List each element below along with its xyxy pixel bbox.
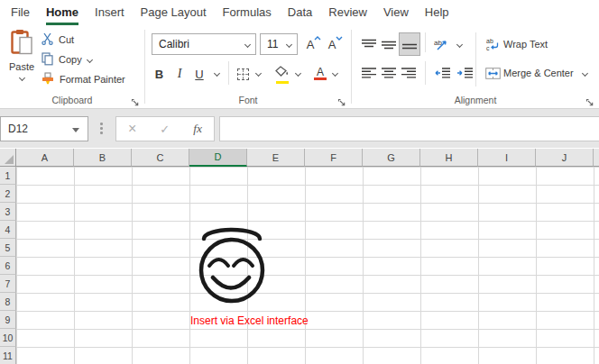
- font-color-chevron-icon[interactable]: [332, 70, 338, 77]
- clipboard-group-label: Clipboard: [0, 95, 144, 105]
- insert-function-icon[interactable]: fx: [193, 122, 202, 136]
- cell-grid[interactable]: Insert via Excel interface: [16, 167, 599, 364]
- increase-font-icon: A: [307, 38, 315, 51]
- excel-window: File Home Insert Page Layout Formulas Da…: [0, 0, 599, 364]
- cancel-icon[interactable]: ×: [128, 121, 136, 137]
- smiling-face-with-halo-drawing[interactable]: [16, 167, 599, 364]
- borders-chevron-icon[interactable]: [255, 70, 262, 77]
- paste-button[interactable]: Paste: [4, 29, 40, 99]
- row-header-11[interactable]: 11: [0, 347, 16, 364]
- row-header-6[interactable]: 6: [0, 257, 16, 275]
- row-header-5[interactable]: 5: [0, 239, 16, 257]
- merge-center-chevron-icon[interactable]: [582, 70, 588, 77]
- tab-insert[interactable]: Insert: [87, 0, 133, 25]
- column-header-h[interactable]: H: [420, 149, 478, 167]
- column-header-a[interactable]: A: [16, 149, 74, 167]
- column-header-d[interactable]: D: [189, 149, 247, 167]
- tab-data[interactable]: Data: [280, 0, 320, 25]
- tab-home[interactable]: Home: [38, 0, 87, 25]
- row-header-9[interactable]: 9: [0, 311, 16, 329]
- align-right-button[interactable]: [399, 62, 419, 84]
- alignment-group: ab ab c Wrap Text: [352, 25, 599, 108]
- tab-help[interactable]: Help: [417, 0, 457, 25]
- align-middle-button[interactable]: [379, 33, 399, 55]
- small-separator: [475, 32, 476, 86]
- select-all-corner[interactable]: [0, 149, 16, 167]
- column-header-partial[interactable]: [594, 149, 599, 167]
- format-painter-button[interactable]: Format Painter: [41, 71, 125, 87]
- row-header-1[interactable]: 1: [0, 167, 16, 185]
- tab-file[interactable]: File: [3, 0, 38, 25]
- row-header-2[interactable]: 2: [0, 185, 16, 203]
- decrease-font-size-button[interactable]: A: [322, 33, 342, 55]
- align-top-icon: [362, 39, 376, 50]
- cut-button[interactable]: Cut: [41, 32, 74, 48]
- fill-color-button[interactable]: [273, 63, 291, 85]
- fill-color-bar: [276, 81, 289, 85]
- align-bottom-button[interactable]: [399, 32, 420, 56]
- formula-bar-grip-icon[interactable]: [100, 123, 103, 125]
- column-header-b[interactable]: B: [74, 149, 132, 167]
- align-center-icon: [382, 68, 396, 78]
- italic-button[interactable]: I: [173, 63, 186, 85]
- orientation-button[interactable]: ab: [431, 33, 453, 55]
- column-header-j[interactable]: J: [536, 149, 594, 167]
- tab-view[interactable]: View: [375, 0, 417, 25]
- increase-indent-icon: [457, 68, 473, 78]
- merge-center-button[interactable]: [484, 62, 502, 84]
- font-name-chevron-icon[interactable]: [244, 41, 251, 48]
- orientation-chevron-icon[interactable]: [456, 41, 463, 48]
- row-header-8[interactable]: 8: [0, 293, 16, 311]
- column-header-e[interactable]: E: [247, 149, 305, 167]
- font-color-button[interactable]: A: [311, 63, 329, 85]
- formula-bar-row: D12 × ✓ fx: [0, 109, 599, 148]
- align-left-button[interactable]: [359, 62, 379, 84]
- font-name-combobox[interactable]: Calibri: [152, 33, 256, 55]
- bold-button[interactable]: B: [152, 63, 166, 85]
- align-center-button[interactable]: [379, 62, 399, 84]
- name-box[interactable]: D12: [0, 116, 88, 141]
- decrease-indent-button[interactable]: [431, 62, 453, 84]
- font-size-combobox[interactable]: 11: [260, 33, 298, 55]
- copy-dropdown-chevron-icon[interactable]: [87, 56, 93, 62]
- column-headers: A B C D E F G H I J: [16, 149, 599, 167]
- align-left-icon: [362, 68, 376, 78]
- enter-icon[interactable]: ✓: [160, 123, 170, 136]
- paste-dropdown-chevron-icon[interactable]: [18, 75, 24, 81]
- tab-formulas[interactable]: Formulas: [215, 0, 280, 25]
- copy-button[interactable]: Copy: [41, 51, 92, 68]
- cut-label: Cut: [59, 34, 74, 45]
- font-size-chevron-icon[interactable]: [286, 41, 292, 48]
- ribbon: Paste Cut: [0, 25, 599, 109]
- name-box-dropdown-icon[interactable]: [72, 128, 79, 132]
- wrap-text-button[interactable]: ab c: [484, 33, 502, 55]
- increase-indent-button[interactable]: [454, 62, 475, 84]
- row-header-4[interactable]: 4: [0, 221, 16, 239]
- underline-button[interactable]: U: [192, 63, 207, 85]
- cell-annotation-text: Insert via Excel interface: [190, 314, 309, 327]
- row-header-3[interactable]: 3: [0, 203, 16, 221]
- increase-font-size-button[interactable]: A: [300, 33, 320, 55]
- underline-chevron-icon[interactable]: [214, 70, 220, 77]
- row-header-7[interactable]: 7: [0, 275, 16, 293]
- select-all-triangle-icon: [5, 155, 14, 164]
- font-dialog-launcher-icon[interactable]: [337, 95, 347, 105]
- column-header-i[interactable]: I: [478, 149, 536, 167]
- small-separator: [425, 32, 426, 52]
- formula-input[interactable]: [219, 116, 599, 141]
- row-header-10[interactable]: 10: [0, 329, 16, 347]
- column-header-g[interactable]: G: [363, 149, 420, 167]
- clipboard-dialog-launcher-icon[interactable]: [131, 95, 141, 105]
- column-header-f[interactable]: F: [305, 149, 363, 167]
- underline-icon: U: [195, 68, 203, 81]
- borders-button[interactable]: [234, 63, 252, 85]
- merge-center-icon: [485, 68, 501, 79]
- font-color-a-icon: A: [317, 68, 324, 77]
- font-name-value: Calibri: [159, 38, 189, 50]
- column-header-c[interactable]: C: [132, 149, 189, 167]
- alignment-dialog-launcher-icon[interactable]: [585, 95, 595, 105]
- tab-page-layout[interactable]: Page Layout: [133, 0, 215, 25]
- tab-review[interactable]: Review: [320, 0, 375, 25]
- fill-color-chevron-icon[interactable]: [295, 70, 301, 77]
- align-top-button[interactable]: [359, 33, 379, 55]
